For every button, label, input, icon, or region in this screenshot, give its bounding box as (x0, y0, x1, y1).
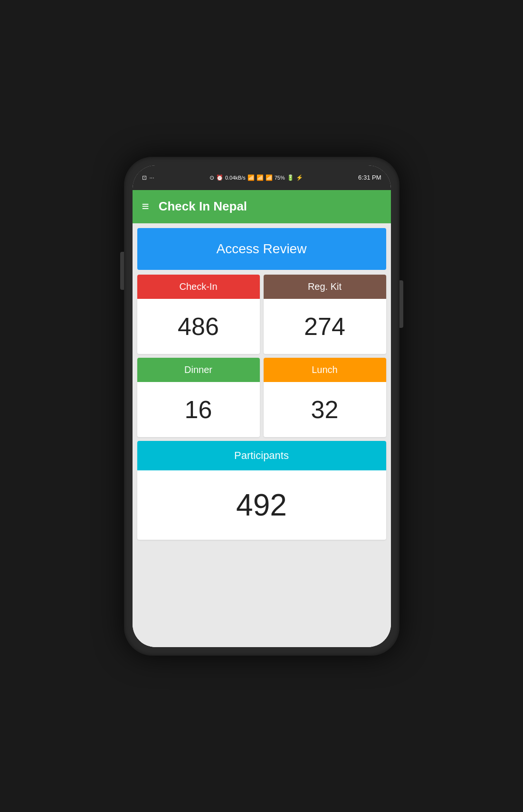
status-center: ⊙ ⏰ 0.04kB/s 📶 📶 📶 75% 🔋 ⚡ (209, 174, 303, 181)
stats-grid: Check-In 486 Reg. Kit 274 Dinner 16 (137, 275, 386, 437)
menu-icon[interactable]: ≡ (142, 199, 149, 214)
signal1-icon: 📶 (257, 174, 264, 181)
toolbar: ≡ Check In Nepal (133, 190, 391, 223)
dinner-card[interactable]: Dinner 16 (137, 358, 260, 437)
participants-value: 492 (137, 470, 386, 540)
signal2-icon: 📶 (266, 174, 273, 181)
battery-percent: 75% (275, 175, 285, 181)
network-speed: 0.04kB/s (225, 175, 246, 181)
access-review-banner[interactable]: Access Review (137, 228, 386, 270)
screen: ⊡ ··· ⊙ ⏰ 0.04kB/s 📶 📶 📶 75% 🔋 ⚡ 6:31 PM (133, 165, 391, 647)
regkit-value: 274 (264, 299, 386, 354)
status-bar: ⊡ ··· ⊙ ⏰ 0.04kB/s 📶 📶 📶 75% 🔋 ⚡ 6:31 PM (133, 165, 391, 190)
phone-device: ⊡ ··· ⊙ ⏰ 0.04kB/s 📶 📶 📶 75% 🔋 ⚡ 6:31 PM (124, 157, 399, 656)
wifi-icon: 📶 (247, 174, 255, 181)
main-content: Access Review Check-In 486 Reg. Kit 274 (133, 223, 391, 647)
more-icon: ··· (150, 174, 154, 181)
alarm-icon: ⊙ (209, 174, 214, 181)
clock-icon: ⏰ (216, 174, 223, 181)
checkin-card[interactable]: Check-In 486 (137, 275, 260, 354)
dinner-label: Dinner (137, 358, 260, 382)
status-left: ⊡ ··· (142, 174, 154, 181)
regkit-label: Reg. Kit (264, 275, 386, 299)
time-display: 6:31 PM (358, 174, 381, 181)
dinner-value: 16 (137, 382, 260, 437)
battery-icon: 🔋 (287, 174, 294, 181)
access-review-label: Access Review (217, 241, 307, 256)
checkin-label: Check-In (137, 275, 260, 299)
participants-label: Participants (137, 441, 386, 470)
lunch-value: 32 (264, 382, 386, 437)
checkin-value: 486 (137, 299, 260, 354)
regkit-card[interactable]: Reg. Kit 274 (264, 275, 386, 354)
save-icon: ⊡ (142, 174, 147, 181)
app-title: Check In Nepal (159, 199, 247, 214)
lunch-label: Lunch (264, 358, 386, 382)
charging-icon: ⚡ (296, 174, 303, 181)
participants-section[interactable]: Participants 492 (137, 441, 386, 540)
phone-inner: ⊡ ··· ⊙ ⏰ 0.04kB/s 📶 📶 📶 75% 🔋 ⚡ 6:31 PM (133, 165, 391, 647)
status-right: 6:31 PM (358, 174, 381, 181)
bottom-empty-area (133, 544, 391, 647)
lunch-card[interactable]: Lunch 32 (264, 358, 386, 437)
